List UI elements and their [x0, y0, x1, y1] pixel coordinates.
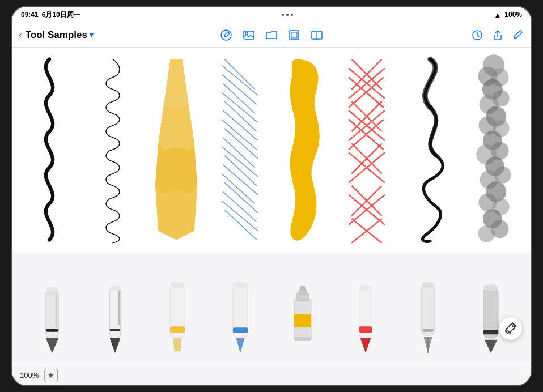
- svg-line-26: [224, 210, 256, 240]
- bottom-bar: 100% ★: [12, 365, 531, 385]
- stroke-pencil-blue: [208, 53, 272, 246]
- svg-line-25: [222, 201, 258, 231]
- stroke-fine-liner: [81, 53, 145, 246]
- share-icon[interactable]: [491, 29, 504, 41]
- svg-line-18: [223, 138, 254, 168]
- tool-nib-pen[interactable]: [397, 263, 460, 354]
- tool-ink-pen[interactable]: [21, 263, 84, 354]
- svg-rect-101: [423, 329, 434, 332]
- time-label: 09:41: [21, 11, 39, 19]
- svg-point-69: [478, 225, 495, 242]
- pen-fab-button[interactable]: [499, 317, 522, 340]
- svg-rect-73: [46, 329, 59, 332]
- svg-rect-71: [56, 290, 58, 327]
- toolbar-left: ‹ Tool Samples ▾: [19, 29, 143, 41]
- svg-rect-89: [294, 314, 311, 327]
- wifi-icon: ▲: [494, 11, 501, 19]
- gallery-icon[interactable]: [243, 29, 255, 41]
- dot1: [282, 14, 284, 16]
- status-left: 09:41 6月10日周一: [21, 10, 80, 20]
- stroke-watercolor: [462, 53, 525, 246]
- edit-icon[interactable]: [512, 29, 524, 41]
- date-label: 6月10日周一: [42, 10, 80, 20]
- tool-fine-liner[interactable]: [84, 263, 147, 354]
- toolbar: ‹ Tool Samples ▾: [12, 23, 531, 48]
- tool-paint-tube[interactable]: [272, 263, 334, 354]
- svg-marker-78: [109, 338, 120, 352]
- svg-rect-98: [422, 285, 435, 335]
- star-icon: ★: [48, 371, 54, 380]
- svg-point-83: [170, 282, 185, 288]
- apple-pencil-icon[interactable]: [220, 29, 232, 41]
- status-bar: 09:41 6月10日周一 ▲ 100%: [12, 7, 531, 23]
- folder-icon[interactable]: [265, 29, 278, 41]
- stroke-ink-pen: [18, 53, 81, 246]
- dropdown-icon[interactable]: ▾: [90, 31, 94, 39]
- favorites-button[interactable]: ★: [44, 369, 58, 382]
- svg-rect-79: [109, 329, 120, 331]
- toolbar-center: [147, 29, 396, 41]
- svg-line-9: [224, 59, 254, 90]
- battery-label: 100%: [504, 11, 522, 19]
- back-chevron-icon: ‹: [19, 29, 22, 41]
- svg-point-75: [47, 286, 58, 291]
- svg-rect-92: [300, 286, 306, 291]
- svg-line-13: [222, 92, 258, 122]
- svg-marker-72: [46, 338, 59, 352]
- ipad-frame: 09:41 6月10日周一 ▲ 100% ‹ Tool Samples ▾: [11, 6, 532, 386]
- tools-panel: [12, 252, 531, 365]
- svg-line-19: [222, 147, 258, 177]
- svg-line-10: [222, 65, 258, 95]
- toolbar-right: [400, 29, 524, 41]
- zoom-label: 100%: [20, 371, 39, 380]
- status-right: ▲ 100%: [494, 11, 522, 19]
- svg-rect-4: [291, 32, 297, 38]
- svg-rect-77: [118, 290, 120, 325]
- svg-point-0: [221, 30, 231, 40]
- svg-line-11: [222, 74, 257, 104]
- tool-charcoal[interactable]: [460, 263, 523, 354]
- tool-marker-blue[interactable]: [209, 263, 272, 354]
- canvas-area: [12, 48, 531, 252]
- back-button[interactable]: ‹: [19, 29, 22, 41]
- svg-point-107: [512, 325, 515, 327]
- svg-rect-82: [170, 326, 185, 333]
- status-center: [282, 14, 293, 16]
- frame-icon[interactable]: [288, 29, 300, 41]
- svg-rect-85: [233, 327, 248, 333]
- svg-rect-93: [294, 337, 311, 341]
- tool-crayon-red[interactable]: [334, 263, 397, 354]
- stroke-marker-yellow: [145, 53, 208, 246]
- svg-marker-86: [236, 338, 244, 352]
- svg-point-106: [483, 284, 498, 291]
- stroke-paint-yellow: [272, 53, 335, 246]
- svg-point-87: [233, 282, 248, 288]
- stroke-crayon-red: [335, 53, 398, 246]
- dot2: [286, 14, 289, 16]
- svg-point-102: [422, 282, 435, 287]
- svg-rect-105: [483, 330, 498, 334]
- svg-rect-95: [359, 326, 372, 333]
- dot3: [291, 14, 293, 16]
- stroke-calligraphy: [398, 53, 462, 246]
- history-icon[interactable]: [471, 29, 483, 41]
- svg-marker-96: [360, 338, 371, 352]
- title-text: Tool Samples: [26, 29, 87, 41]
- svg-point-97: [359, 285, 372, 290]
- svg-marker-104: [485, 339, 498, 352]
- document-title: Tool Samples ▾: [26, 29, 94, 41]
- svg-point-80: [109, 285, 120, 290]
- tool-marker-yellow[interactable]: [146, 263, 209, 354]
- image-icon[interactable]: [311, 29, 323, 41]
